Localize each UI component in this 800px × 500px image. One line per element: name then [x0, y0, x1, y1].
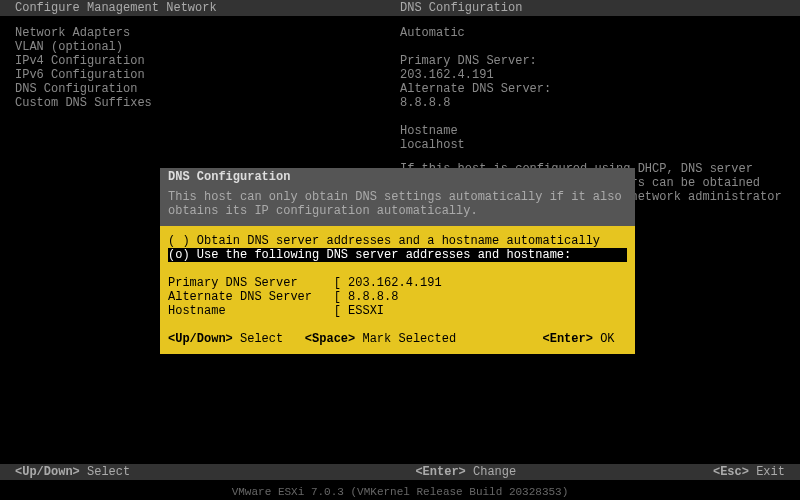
- dns-config-dialog: DNS Configuration This host can only obt…: [160, 168, 635, 363]
- info-primary-value: 203.162.4.191: [400, 68, 785, 82]
- menu-item-ipv6[interactable]: IPv6 Configuration: [15, 68, 400, 82]
- field-hostname[interactable]: Hostname [ ESSXI ]: [168, 304, 627, 318]
- header-title-left: Configure Management Network: [15, 1, 400, 15]
- menu-item-custom-dns[interactable]: Custom DNS Suffixes: [15, 96, 400, 110]
- header-bar: Configure Management Network DNS Configu…: [0, 0, 800, 16]
- radio-auto[interactable]: ( ) Obtain DNS server addresses and a ho…: [168, 234, 627, 248]
- info-hostname-label: Hostname: [400, 124, 785, 138]
- menu-item-vlan[interactable]: VLAN (optional): [15, 40, 400, 54]
- header-title-right: DNS Configuration: [400, 1, 785, 15]
- label-select: Select: [233, 332, 283, 346]
- dialog-title: DNS Configuration: [160, 168, 635, 186]
- info-spacer: [400, 40, 785, 54]
- dialog-description: This host can only obtain DNS settings a…: [160, 186, 635, 226]
- field-primary-value[interactable]: 203.162.4.191: [348, 276, 442, 290]
- key-updown[interactable]: <Up/Down>: [168, 332, 233, 346]
- info-automatic: Automatic: [400, 26, 785, 40]
- dialog-body: ( ) Obtain DNS server addresses and a ho…: [160, 226, 635, 326]
- label-mark: Mark Selected: [355, 332, 456, 346]
- radio-manual[interactable]: (o) Use the following DNS server address…: [168, 248, 627, 262]
- key-esc[interactable]: <Esc>: [636, 332, 672, 346]
- key-enter[interactable]: <Enter>: [543, 332, 593, 346]
- info-alternate-label: Alternate DNS Server:: [400, 82, 785, 96]
- footer-center: <Enter> Change: [415, 465, 646, 479]
- dialog-footer: <Up/Down> Select <Space> Mark Selected <…: [160, 326, 635, 354]
- field-alternate-dns[interactable]: Alternate DNS Server [ 8.8.8.8 ]: [168, 290, 627, 304]
- label-ok: OK: [593, 332, 615, 346]
- info-hostname-value: localhost: [400, 138, 785, 152]
- field-hostname-label: Hostname: [168, 304, 226, 318]
- key-space[interactable]: <Space>: [305, 332, 355, 346]
- version-text: VMware ESXi 7.0.3 (VMKernel Release Buil…: [0, 486, 800, 498]
- info-primary-label: Primary DNS Server:: [400, 54, 785, 68]
- field-hostname-value[interactable]: ESSXI: [348, 304, 384, 318]
- field-primary-dns[interactable]: Primary DNS Server [ 203.162.4.191 ]: [168, 276, 627, 290]
- field-spacer: [168, 262, 627, 276]
- field-primary-label: Primary DNS Server: [168, 276, 298, 290]
- field-alternate-value[interactable]: 8.8.8.8: [348, 290, 398, 304]
- info-alternate-value: 8.8.8.8: [400, 96, 785, 110]
- footer-key-enter[interactable]: <Enter>: [415, 465, 465, 479]
- footer-label-exit: Exit: [749, 465, 785, 479]
- footer-bar: <Up/Down> Select <Enter> Change <Esc> Ex…: [0, 464, 800, 480]
- menu-item-ipv4[interactable]: IPv4 Configuration: [15, 54, 400, 68]
- footer-label-change: Change: [466, 465, 516, 479]
- field-alternate-label: Alternate DNS Server: [168, 290, 312, 304]
- footer-left: <Up/Down> Select: [15, 465, 415, 479]
- info-spacer2: [400, 110, 785, 124]
- label-cancel: Cancel: [672, 332, 722, 346]
- menu-item-network-adapters[interactable]: Network Adapters: [15, 26, 400, 40]
- footer-label-select: Select: [80, 465, 130, 479]
- footer-right: <Esc> Exit: [646, 465, 785, 479]
- footer-key-esc[interactable]: <Esc>: [713, 465, 749, 479]
- menu-item-dns[interactable]: DNS Configuration: [15, 82, 400, 96]
- footer-key-updown[interactable]: <Up/Down>: [15, 465, 80, 479]
